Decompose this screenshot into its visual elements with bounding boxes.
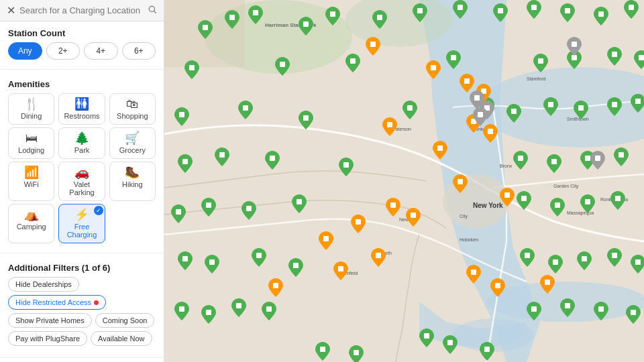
svg-rect-54 (612, 102, 617, 107)
count-btn-6plus[interactable]: 6+ (122, 42, 156, 60)
search-bar: ✕ (0, 0, 164, 21)
svg-rect-59 (343, 162, 349, 168)
svg-rect-105 (411, 213, 416, 218)
svg-rect-91 (320, 347, 325, 352)
count-btn-4plus[interactable]: 4+ (84, 42, 118, 60)
count-btn-2plus[interactable]: 2+ (46, 42, 80, 60)
map-canvas: Harriman State Park New York City Paters… (164, 0, 644, 362)
svg-text:Hoboken: Hoboken (460, 237, 478, 242)
svg-rect-108 (376, 253, 381, 258)
amenity-grocery-label: Grocery (119, 146, 146, 154)
amenity-dining-label: Dining (21, 112, 42, 120)
coming-soon-label: Coming Soon (103, 316, 148, 324)
svg-text:Garden City: Garden City (553, 184, 579, 189)
svg-rect-92 (354, 350, 359, 355)
svg-rect-34 (531, 5, 537, 10)
amenities-grid: 🍴 Dining 🚻 Restrooms 🛍 Shopping 🛏 Lodgin… (0, 93, 164, 250)
restrooms-icon: 🚻 (74, 98, 89, 110)
amenity-valet[interactable]: 🚗 Valet Parking (58, 162, 105, 201)
svg-rect-94 (370, 42, 376, 47)
search-input[interactable] (19, 5, 144, 15)
svg-rect-51 (511, 109, 517, 114)
svg-rect-110 (273, 283, 278, 288)
amenity-restrooms[interactable]: 🚻 Restrooms (58, 93, 105, 125)
svg-rect-65 (206, 202, 211, 208)
filter-coming-soon[interactable]: Coming Soon (95, 313, 155, 328)
sidebar: ✕ Station Count Any 2+ 4+ 6+ Amenities 🍴… (0, 0, 164, 362)
amenity-wifi[interactable]: 📶 WiFi (8, 162, 54, 201)
svg-rect-77 (553, 259, 558, 265)
restricted-dot (94, 300, 99, 305)
svg-rect-41 (451, 55, 456, 60)
svg-rect-61 (551, 159, 557, 164)
svg-rect-78 (582, 256, 587, 261)
valet-icon: 🚗 (74, 166, 89, 178)
svg-rect-29 (330, 11, 335, 17)
lodging-icon: 🛏 (25, 132, 38, 144)
svg-rect-99 (488, 129, 493, 134)
amenity-free-charging[interactable]: ✓ ⚡ Free Charging (58, 204, 105, 243)
close-icon[interactable]: ✕ (7, 4, 15, 17)
svg-rect-55 (635, 99, 641, 104)
svg-rect-38 (189, 65, 195, 70)
park-icon: 🌲 (74, 132, 89, 144)
svg-rect-113 (545, 280, 550, 285)
filter-hide-restricted[interactable]: Hide Restricted Access (8, 295, 106, 310)
svg-rect-64 (176, 209, 181, 215)
svg-text:New York: New York (473, 202, 503, 209)
svg-rect-90 (631, 310, 636, 315)
svg-rect-40 (350, 58, 356, 64)
amenity-dining[interactable]: 🍴 Dining (8, 93, 54, 125)
svg-rect-75 (293, 263, 299, 268)
svg-rect-117 (572, 42, 577, 47)
svg-rect-26 (229, 15, 235, 20)
svg-rect-80 (635, 259, 641, 265)
filter-hide-dealerships[interactable]: Hide Dealerships (8, 277, 79, 292)
filter-show-private[interactable]: Show Private Homes (8, 313, 92, 328)
amenity-park-label: Park (74, 146, 90, 154)
filter-pay-plugshare[interactable]: Pay with PlugShare (8, 331, 87, 346)
svg-rect-69 (555, 202, 560, 208)
amenity-camping-label: Camping (17, 223, 46, 231)
svg-rect-44 (612, 52, 617, 57)
wifi-icon: 📶 (24, 166, 39, 178)
svg-rect-83 (236, 303, 241, 308)
amenity-lodging[interactable]: 🛏 Lodging (8, 127, 54, 159)
additional-filters-title: Additional Filters (1 of 6) (0, 256, 164, 277)
svg-rect-36 (598, 11, 604, 17)
svg-rect-60 (518, 156, 523, 161)
svg-rect-52 (548, 102, 553, 107)
hiking-icon: 🥾 (125, 166, 140, 178)
amenity-camping[interactable]: ⛺ Camping (8, 204, 54, 243)
amenity-wifi-label: WiFi (24, 180, 39, 188)
count-btn-any[interactable]: Any (8, 42, 42, 60)
svg-rect-84 (266, 306, 272, 312)
svg-rect-58 (270, 156, 275, 161)
additional-filters-section: Hide Dealerships Hide Restricted Access … (0, 277, 164, 355)
svg-rect-101 (437, 145, 443, 151)
svg-rect-116 (478, 112, 483, 117)
svg-point-0 (149, 6, 154, 11)
svg-rect-62 (585, 156, 590, 161)
amenity-grocery[interactable]: 🛒 Grocery (109, 127, 156, 159)
amenity-hiking[interactable]: 🥾 Hiking (109, 162, 156, 201)
svg-rect-89 (598, 306, 604, 312)
svg-rect-73 (209, 259, 215, 265)
svg-rect-95 (431, 65, 436, 70)
map-area[interactable]: Harriman State Park New York City Paters… (164, 0, 644, 362)
svg-rect-35 (565, 8, 570, 13)
svg-text:Smithtown: Smithtown (567, 117, 589, 121)
hide-dealerships-label: Hide Dealerships (15, 280, 72, 288)
grocery-icon: 🛒 (125, 132, 140, 144)
hide-restricted-label: Hide Restricted Access (15, 298, 91, 306)
svg-text:City: City (460, 214, 468, 219)
amenity-shopping[interactable]: 🛍 Shopping (109, 93, 156, 125)
svg-rect-109 (338, 266, 343, 272)
svg-point-9 (443, 174, 510, 228)
svg-rect-93 (484, 347, 490, 352)
svg-rect-102 (458, 179, 463, 184)
filter-available-now[interactable]: Available Now (91, 331, 152, 346)
pay-plugshare-label: Pay with PlugShare (15, 335, 80, 343)
amenity-park[interactable]: 🌲 Park (58, 127, 105, 159)
svg-rect-74 (256, 253, 262, 258)
